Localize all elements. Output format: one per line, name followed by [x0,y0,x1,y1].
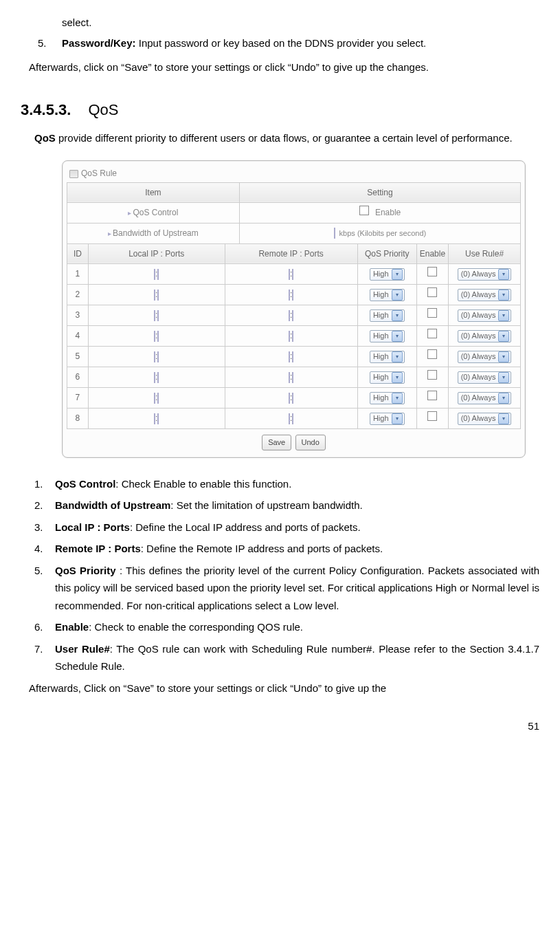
priority-select[interactable]: High▾ [370,268,405,281]
rule-select[interactable]: (0) Always▾ [458,309,512,322]
local-port-input[interactable] [157,269,159,280]
chevron-down-icon: ▾ [498,290,509,301]
row-id: 1 [67,263,89,284]
remote-ip-cell: : [225,388,357,409]
row-enable-checkbox[interactable] [427,349,437,359]
th-setting: Setting [239,182,520,202]
rule-select[interactable]: (0) Always▾ [458,413,512,425]
list-item: 2.Bandwidth of Upstream: Set the limitat… [29,497,539,514]
rule-select[interactable]: (0) Always▾ [458,351,512,363]
remote-port-input[interactable] [292,269,293,280]
row-enable-checkbox[interactable] [427,411,437,421]
rule-cell: (0) Always▾ [449,284,521,305]
row-enable-checkbox[interactable] [427,308,437,318]
remote-ip-input[interactable] [289,413,290,424]
local-ip-cell: : [88,367,225,388]
rule-select[interactable]: (0) Always▾ [458,392,512,404]
chevron-down-icon: ▾ [498,269,509,280]
page-number: 51 [21,717,539,735]
row-enable-checkbox[interactable] [427,391,437,400]
undo-button[interactable]: Undo [295,435,326,450]
list-item-number: 2. [29,497,55,514]
local-ip-input[interactable] [154,351,155,362]
remote-ip-input[interactable] [289,269,290,280]
local-port-input[interactable] [157,331,159,342]
row-enable-checkbox[interactable] [427,287,437,297]
local-ip-input[interactable] [154,290,155,301]
chevron-down-icon: ▾ [498,413,509,424]
local-port-input[interactable] [157,310,159,321]
rule-select[interactable]: (0) Always▾ [458,371,512,384]
local-port-input[interactable] [157,413,159,424]
qos-desc-rest: provide different priority to different … [56,132,513,144]
triangle-icon: ▸ [128,209,131,217]
col-enable: Enable [416,243,448,263]
local-ip-input[interactable] [154,372,155,383]
remote-ip-cell: : [225,367,357,388]
list-item: 7.User Rule#: The QoS rule can work with… [29,640,539,675]
priority-cell: High▾ [357,305,416,326]
priority-cell: High▾ [357,263,416,284]
local-ip-input[interactable] [154,310,155,321]
remote-ip-cell: : [225,326,357,347]
item5-rest: Input password or key based on the DDNS … [136,37,427,49]
list-item-number: 5. [29,562,55,615]
remote-port-input[interactable] [292,351,293,362]
local-ip-cell: : [88,305,225,326]
local-ip-input[interactable] [154,413,155,424]
priority-select[interactable]: High▾ [370,392,405,404]
priority-select[interactable]: High▾ [370,309,405,322]
list-item-text: QoS Priority : This defines the priority… [55,562,539,615]
remote-port-input[interactable] [292,331,293,342]
local-ip-cell: : [88,326,225,347]
qos-desc-bold: QoS [34,132,56,144]
qos-rule-panel: QoS Rule Item Setting ▸QoS Control Enabl… [62,160,526,457]
table-row: 6 : : High▾(0) Always▾ [67,367,521,388]
remote-ip-input[interactable] [289,331,290,342]
remote-ip-input[interactable] [289,393,290,404]
priority-select[interactable]: High▾ [370,351,405,363]
row-enable-checkbox[interactable] [427,267,437,276]
chevron-down-icon: ▾ [498,351,509,362]
remote-port-input[interactable] [292,310,293,321]
list-item: 5.QoS Priority : This defines the priori… [29,562,539,615]
table-row: 4 : : High▾(0) Always▾ [67,326,521,347]
remote-port-input[interactable] [292,393,293,404]
list-item-text: Bandwidth of Upstream: Set the limitatio… [55,497,539,514]
priority-select[interactable]: High▾ [370,330,405,342]
remote-port-input[interactable] [292,413,293,424]
local-ip-input[interactable] [154,393,155,404]
remote-ip-input[interactable] [289,310,290,321]
qos-enable-checkbox[interactable] [359,206,369,215]
chevron-down-icon: ▾ [392,269,403,280]
remote-ip-input[interactable] [289,351,290,362]
priority-select[interactable]: High▾ [370,289,405,301]
remote-ip-input[interactable] [289,372,290,383]
local-ip-input[interactable] [154,269,155,280]
remote-port-input[interactable] [292,372,293,383]
rule-select[interactable]: (0) Always▾ [458,289,512,301]
rule-select[interactable]: (0) Always▾ [458,268,512,281]
local-port-input[interactable] [157,290,159,301]
remote-ip-cell: : [225,347,357,367]
remote-port-input[interactable] [292,290,293,301]
section-number: 3.4.5.3. [21,101,71,118]
remote-ip-cell: : [225,409,357,429]
row-enable-checkbox[interactable] [427,370,437,380]
afterwards-2: Afterwards, Click on “Save” to store you… [29,679,539,697]
list-item: 6.Enable: Check to enable the correspond… [29,618,539,636]
row-id: 5 [67,347,89,367]
local-port-input[interactable] [157,372,159,383]
remote-ip-input[interactable] [289,290,290,301]
local-ip-input[interactable] [154,331,155,342]
local-port-input[interactable] [157,351,159,362]
local-ip-cell: : [88,388,225,409]
save-button[interactable]: Save [262,435,291,450]
priority-select[interactable]: High▾ [370,413,405,425]
local-port-input[interactable] [157,393,159,404]
rule-select[interactable]: (0) Always▾ [458,330,512,342]
priority-select[interactable]: High▾ [370,371,405,384]
chevron-down-icon: ▾ [498,310,509,321]
list-item: 3.Local IP : Ports: Define the Local IP … [29,519,539,536]
row-enable-checkbox[interactable] [427,329,437,338]
